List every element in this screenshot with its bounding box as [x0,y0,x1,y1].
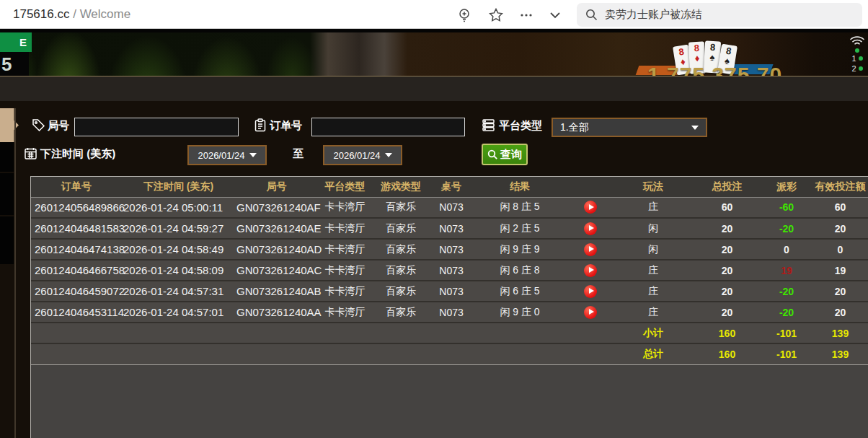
bet-time-label: 下注时间 (美东) [40,147,115,161]
cell-game-no: GN073261240AF [235,197,318,218]
search-icon [487,149,498,160]
table-row: 260124046453114 2026-01-24 04:57:01 GN07… [31,302,868,323]
cell-total-bet: 20 [693,260,761,281]
date-from-picker[interactable]: 2026/01/24 [187,145,267,165]
cell-total-bet: 20 [693,302,761,323]
jackpot-amount: 1,775,375.70 [647,63,782,76]
game-no-input[interactable] [74,118,239,136]
cell-game-no: GN073261240AA [235,302,318,323]
play-video-button[interactable] [584,264,597,277]
platform-type-value: 1.全部 [560,121,589,134]
col-valid-bet: 有效投注额 [812,177,868,197]
date-to-picker[interactable]: 2026/01/24 [323,145,402,165]
cell-game-no: GN073261240AB [235,281,318,302]
subtotal-label: 小计 [614,323,693,343]
cell-platform: 卡卡湾厅 [318,239,372,260]
cell-payout: 19 [761,260,812,281]
calendar-icon [24,146,37,163]
cell-play-type: 闲 [614,218,693,239]
cell-total-bet: 20 [693,218,761,239]
cell-game-type: 百家乐 [372,260,430,281]
cell-play-type: 庄 [614,281,693,302]
more-options-icon[interactable] [518,6,535,24]
dropdown-arrow-icon [691,126,699,130]
col-platform: 平台类型 [318,177,372,197]
connection-panel: 1 2 [846,35,868,73]
cell-play-type: 庄 [614,260,693,281]
total-payout: -101 [761,343,812,364]
play-video-button[interactable] [584,201,597,214]
cell-game-type: 百家乐 [372,281,430,302]
play-video-button[interactable] [584,306,597,319]
clipboard-icon [254,118,267,135]
cell-order-no: 260124056489866 [31,197,122,218]
cell-play-type: 庄 [614,197,693,218]
cell-valid-bet: 0 [812,239,868,260]
table-row: 260124046474138 2026-01-24 04:58:49 GN07… [31,239,868,260]
sidebar-menu-item[interactable] [0,216,14,264]
table-row: 260124046459072 2026-01-24 04:57:31 GN07… [31,281,868,302]
cell-valid-bet: 20 [812,281,868,302]
cell-payout: -20 [761,302,812,323]
cell-valid-bet: 20 [812,302,868,323]
cell-platform: 卡卡湾厅 [318,218,372,239]
col-play-type: 玩法 [614,177,693,197]
play-video-button[interactable] [584,222,597,235]
platform-icon [482,118,495,135]
platform-type-select[interactable]: 1.全部 [552,118,707,137]
cell-platform: 卡卡湾厅 [318,197,372,218]
favorites-star-icon[interactable] [487,6,505,24]
cell-result: 闲 9 庄 0 [473,302,567,323]
banner-sub-strip [0,76,868,101]
date-from-value: 2026/01/24 [198,150,244,161]
total-valid: 139 [812,343,868,364]
cell-result: 闲 6 庄 8 [473,260,567,281]
play-video-button[interactable] [584,243,597,256]
page-title: 175616.cc / Welcome [13,0,130,29]
cell-valid-bet: 19 [812,260,868,281]
sidebar-expand-tab[interactable] [0,108,19,142]
cell-table-no: N073 [430,302,473,323]
browser-essentials-icon[interactable] [456,6,473,24]
cell-play-type: 闲 [614,239,693,260]
screen: 175616.cc / Welcome 卖劳力士账户被冻结 [0,0,868,438]
cell-total-bet: 60 [693,197,761,218]
play-video-button[interactable] [584,285,597,298]
query-button[interactable]: 查询 [482,144,528,165]
cell-game-no: GN073261240AE [235,218,318,239]
line-indicator-1: 1 [851,54,862,63]
cell-result: 闲 8 庄 5 [473,197,567,218]
col-payout: 派彩 [761,177,812,197]
cell-table-no: N073 [430,239,473,260]
cell-result: 闲 9 庄 9 [473,239,567,260]
cell-bet-time: 2026-01-24 04:59:27 [122,218,235,239]
total-row: 总计 160 -101 139 [31,343,868,364]
col-result: 结果 [473,177,567,197]
sidebar-menu-item[interactable] [0,142,14,172]
sidebar-menu-collapsed [0,142,14,266]
line-indicator-2: 2 [851,64,862,73]
order-no-input[interactable] [311,118,465,136]
search-input[interactable]: 卖劳力士账户被冻结 [577,3,862,27]
cell-valid-bet: 20 [812,218,868,239]
cell-result: 闲 2 庄 5 [473,218,567,239]
cell-platform: 卡卡湾厅 [318,260,372,281]
cell-game-type: 百家乐 [372,218,430,239]
line-number: 2 [851,64,856,73]
chevron-down-icon[interactable] [546,6,564,24]
cell-game-type: 百家乐 [372,239,430,260]
site-name: 175616.cc [13,7,69,21]
date-to-value: 2026/01/24 [333,150,380,161]
sidebar-menu-item[interactable] [0,173,14,215]
table-row: 260124046481583 2026-01-24 04:59:27 GN07… [31,218,868,239]
cell-game-no: GN073261240AD [235,239,318,260]
table-row: 260124046466758 2026-01-24 04:58:09 GN07… [31,260,868,281]
subtotal-payout: -101 [761,323,812,343]
sidebar-divider [14,108,16,438]
cell-order-no: 260124046474138 [31,239,122,260]
subtotal-valid: 139 [812,323,868,343]
total-label: 总计 [614,343,693,364]
cell-table-no: N073 [430,281,473,302]
dropdown-arrow-icon [385,153,392,157]
cell-payout: -20 [761,218,812,239]
